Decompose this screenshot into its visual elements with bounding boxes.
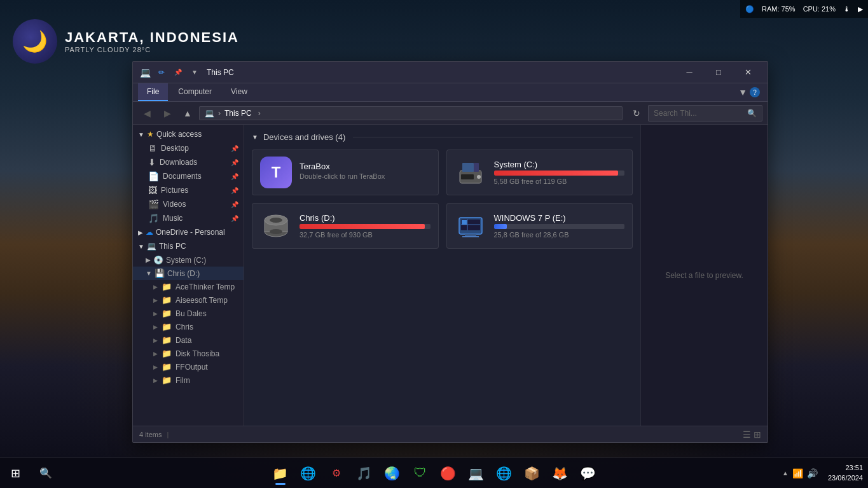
taskbar-whatsapp[interactable]: 💬 (575, 461, 601, 486)
battery-icon: 🌡 (843, 5, 850, 13)
address-path[interactable]: 💻 › This PC › (199, 106, 623, 120)
system-c-expand[interactable]: 💿 System (C:) (133, 253, 244, 267)
svg-rect-14 (462, 220, 467, 225)
window-icon-arrow: ▼ (188, 66, 202, 80)
system-tray-bar: 🔵 RAM: 75% CPU: 21% 🌡 ▶ (740, 0, 868, 18)
folder-icon-ffoutput: 📁 (162, 362, 172, 372)
quick-access-header[interactable]: ★ Quick access (133, 127, 244, 141)
collapse-drives-button[interactable]: ▼ (252, 134, 258, 141)
sidebar-item-diskthosiba[interactable]: ▶ 📁 Disk Thosiba (133, 347, 244, 360)
drives-section-header: ▼ Devices and drives (4) (252, 132, 633, 142)
onedrive-header[interactable]: ☁ OneDrive - Personal (133, 225, 244, 239)
taskbar-app-3[interactable]: ⚙ (324, 461, 349, 486)
taskbar-firefox[interactable]: 🦊 (548, 461, 573, 486)
sidebar-item-acethinker[interactable]: ▶ 📁 AceThinker Temp (133, 280, 244, 293)
tab-computer[interactable]: Computer (169, 83, 221, 101)
back-button[interactable]: ◀ (138, 105, 156, 122)
sidebar-item-aiseesoft[interactable]: ▶ 📁 Aiseesoft Temp (133, 293, 244, 307)
taskbar-vpn[interactable]: 🛡 (408, 461, 433, 486)
this-pc-chevron (138, 243, 144, 250)
taskbar-terminal[interactable]: 💻 (464, 461, 489, 486)
refresh-button[interactable]: ↻ (628, 105, 645, 122)
windows-e-free: 25,8 GB free of 28,6 GB (494, 231, 625, 239)
drive-card-chris-d[interactable]: Chris (D:) 32,7 GB free of 930 GB (252, 203, 439, 249)
sidebar-item-budales[interactable]: ▶ 📁 Bu Dales (133, 307, 244, 320)
taskbar-spotify[interactable]: 🎵 (352, 461, 377, 486)
taskbar-storage[interactable]: 📦 (520, 461, 545, 486)
sidebar-item-music[interactable]: 🎵 Music 📌 (133, 211, 244, 225)
close-button[interactable]: ✕ (733, 62, 762, 83)
chris-d-bar-container (300, 224, 431, 229)
terabox-subtitle: Double-click to run TeraBox (300, 172, 431, 180)
chris-d-info: Chris (D:) 32,7 GB free of 930 GB (300, 213, 431, 239)
expand-chevron-diskthosiba: ▶ (153, 351, 158, 357)
sidebar-item-downloads[interactable]: ⬇ Downloads 📌 (133, 155, 244, 169)
taskbar-right: ▲ 📶 🔊 23:51 23/06/2024 (777, 463, 868, 483)
ribbon: File Computer View ▼ ? (133, 83, 768, 102)
taskbar-antivirus[interactable]: 🔴 (436, 461, 461, 486)
sidebar-item-film[interactable]: ▶ 📁 Film (133, 373, 244, 387)
desktop-icon: 🖥 (148, 143, 157, 153)
drive-card-windows-e[interactable]: WINDOWS 7 P (E:) 25,8 GB free of 28,6 GB (446, 203, 633, 249)
sidebar-item-pictures[interactable]: 🖼 Pictures 📌 (133, 183, 244, 197)
drive-card-system-c[interactable]: System (C:) 5,58 GB free of 119 GB (446, 150, 633, 195)
chris-label: Chris (176, 323, 193, 331)
taskbar-browser2[interactable]: 🌏 (380, 461, 405, 486)
sidebar-downloads-label: Downloads (160, 158, 197, 167)
list-view-icon[interactable]: ☰ (743, 429, 751, 440)
system-c-info: System (C:) 5,58 GB free of 119 GB (494, 160, 625, 185)
window-icon-drive: 💻 (138, 66, 152, 80)
path-icon: 💻 (205, 109, 214, 118)
search-icon: 🔍 (747, 109, 757, 118)
pin-icon-documents: 📌 (231, 173, 238, 180)
search-box[interactable]: Search Thi... 🔍 (648, 105, 762, 122)
quick-access-star-icon: ★ (147, 130, 154, 139)
this-pc-label: This PC (159, 242, 186, 251)
taskbar-chrome[interactable]: 🌐 (296, 461, 321, 486)
drive-card-terabox[interactable]: T TeraBox Double-click to run TeraBox (252, 150, 439, 195)
tab-view[interactable]: View (222, 83, 256, 101)
minimize-button[interactable]: ─ (675, 62, 704, 83)
clock-date: 23/06/2024 (828, 473, 863, 483)
forward-button[interactable]: ▶ (158, 105, 176, 122)
taskbar-wordpress[interactable]: 🌐 (492, 461, 517, 486)
taskbar-clock[interactable]: 23:51 23/06/2024 (823, 463, 868, 483)
videos-icon: 🎬 (148, 199, 159, 209)
preview-pane: Select a file to preview. (640, 125, 768, 426)
maximize-button[interactable]: □ (704, 62, 733, 83)
pin-icon-music: 📌 (231, 215, 238, 222)
chris-d-expand[interactable]: 💾 Chris (D:) (133, 267, 244, 280)
sidebar-item-chris[interactable]: ▶ 📁 Chris (133, 320, 244, 333)
taskbar-file-explorer[interactable]: 📁 (268, 461, 293, 486)
sidebar-item-data[interactable]: ▶ 📁 Data (133, 333, 244, 347)
up-button[interactable]: ▲ (179, 105, 196, 122)
chevron-down-icon: ▼ (738, 87, 747, 97)
sidebar-item-ffoutput[interactable]: ▶ 📁 FFOutput (133, 360, 244, 373)
chris-d-bar (300, 224, 425, 229)
pictures-icon: 🖼 (148, 185, 157, 195)
tray-network-icon: 📶 (792, 468, 803, 478)
taskbar-search-button[interactable]: 🔍 (31, 458, 61, 489)
title-bar-icons: 💻 ✏ 📌 ▼ (138, 66, 202, 80)
svg-rect-2 (474, 163, 479, 172)
taskbar: ⊞ 🔍 📁 🌐 ⚙ 🎵 🌏 🛡 🔴 💻 🌐 📦 🦊 💬 ▲ 📶 🔊 23:51 … (0, 457, 868, 488)
search-placeholder-text: Search Thi... (654, 109, 697, 118)
title-bar: 💻 ✏ 📌 ▼ This PC ─ □ ✕ (133, 62, 768, 83)
system-c-bar (494, 171, 618, 176)
windows-e-bar-container (494, 224, 625, 229)
sidebar-music-label: Music (163, 214, 183, 223)
svg-point-9 (270, 229, 282, 234)
sidebar-item-documents[interactable]: 📄 Documents 📌 (133, 169, 244, 183)
start-button[interactable]: ⊞ (0, 458, 31, 489)
tab-file[interactable]: File (138, 83, 168, 101)
grid-view-icon[interactable]: ⊞ (754, 429, 761, 440)
sidebar-item-desktop[interactable]: 🖥 Desktop 📌 (133, 141, 244, 155)
path-text: This PC (224, 109, 252, 118)
tray-expand-icon[interactable]: ▲ (782, 470, 789, 477)
file-explorer-window: 💻 ✏ 📌 ▼ This PC ─ □ ✕ File Computer View… (132, 61, 768, 443)
quick-access-label: Quick access (156, 130, 202, 139)
ffoutput-label: FFOutput (176, 363, 208, 372)
system-c-free: 5,58 GB free of 119 GB (494, 178, 625, 185)
sidebar-item-videos[interactable]: 🎬 Videos 📌 (133, 197, 244, 211)
this-pc-header[interactable]: 💻 This PC (133, 239, 244, 253)
